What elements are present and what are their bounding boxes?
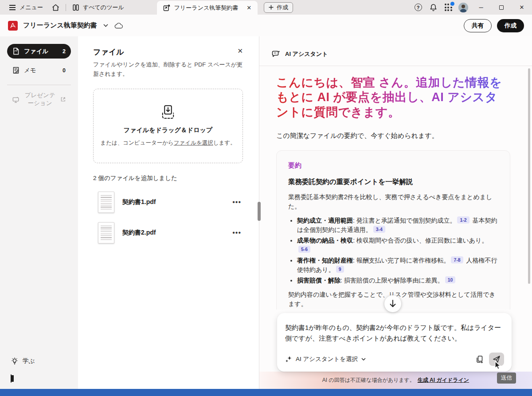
- share-button[interactable]: 共有: [464, 19, 492, 32]
- new-tab-label: 作成: [277, 4, 288, 12]
- select-file-link[interactable]: ファイルを選択: [174, 140, 213, 146]
- files-count-badge: 2: [63, 48, 66, 55]
- send-tooltip: 送信: [497, 372, 516, 384]
- home-button[interactable]: [47, 0, 64, 15]
- citation-badge[interactable]: 7-8: [451, 256, 463, 263]
- file-dropzone[interactable]: ファイルをドラッグ＆ドロップ または、コンピューターからファイルを選択します。: [93, 89, 243, 163]
- tab-close-icon[interactable]: ✕: [246, 4, 251, 11]
- prompt-input-text[interactable]: 契約書1が昨年のもの、契約書2が今年のドラフト版です。私はライター側ですが、注意…: [285, 322, 504, 345]
- document-tab[interactable]: フリーランス執筆契約書 ✕: [157, 1, 258, 15]
- file-name: 契約書1.pdf: [122, 198, 156, 206]
- all-tools-icon: [72, 4, 79, 11]
- cloud-status-icon: [114, 22, 123, 29]
- tab-title: フリーランス執筆契約書: [174, 4, 239, 12]
- file-name: 契約書2.pdf: [122, 229, 156, 237]
- bullet-term: 損害賠償・解除: [297, 277, 340, 284]
- summary-lead: 業務委託基本契約書2件を比較し、実務で押さえるべき要点をまとめました。: [288, 192, 498, 211]
- new-tab-button[interactable]: 作成: [264, 2, 293, 13]
- bullet-term: 成果物の納品・検収: [297, 237, 353, 244]
- file-drop-icon: [159, 105, 177, 122]
- chevron-down-icon: [361, 358, 366, 361]
- home-icon: [52, 4, 59, 11]
- title-chevron-down-icon[interactable]: [103, 24, 108, 27]
- panel-toggle-icon: [11, 374, 12, 383]
- arrow-down-icon: [389, 300, 396, 308]
- prompt-input-card[interactable]: 契約書1が昨年のもの、契約書2が今年のドラフト版です。私はライター側ですが、注意…: [277, 313, 512, 372]
- pdf-thumbnail: [98, 222, 114, 243]
- avatar: [458, 3, 468, 12]
- sidebar-item-label: ファイル: [24, 47, 48, 55]
- ai-conversation-area: こんにちは、智宣 さん。追加した情報をもとに AI が要点を抽出し、AI アシス…: [259, 66, 532, 310]
- ai-assistant-header: AI アシスタント: [259, 36, 532, 66]
- minimize-button[interactable]: ─: [471, 0, 491, 15]
- create-button[interactable]: 作成: [497, 19, 524, 32]
- ai-disclaimer-bar: AI の回答は不正確な場合があります。 生成 AI ガイドライン: [259, 372, 532, 389]
- summary-bullet: 契約成立・適用範囲: 発注書と承諾通知で個別契約成立。1-2 基本契約は全個別契…: [297, 216, 498, 235]
- notification-dot: [450, 2, 454, 6]
- acrobat-window: メニュー すべてのツール フリーランス執筆契約書 ✕ 作成 ?: [0, 0, 532, 396]
- ai-intro-text: この簡潔なファイルの要約で、今すぐ始められます。: [276, 132, 512, 140]
- ai-disclaimer-text: AI の回答は不正確な場合があります。: [322, 376, 415, 384]
- scroll-down-button[interactable]: [384, 295, 401, 312]
- collapse-panel-button[interactable]: [11, 375, 35, 383]
- mouse-cursor: [493, 361, 502, 371]
- summary-bullet: 損害賠償・解除: 損害賠償の上限や解除事由に差異。10: [297, 276, 498, 285]
- summary-title: 業務委託契約の重要ポイントを一挙解説: [288, 176, 498, 187]
- presentation-icon: [12, 96, 19, 103]
- ai-assistant-panel: AI アシスタント こんにちは、智宣 さん。追加した情報をもとに AI が要点を…: [259, 36, 532, 389]
- titlebar-divider: [66, 4, 66, 11]
- learn-label: 学ぶ: [23, 357, 35, 365]
- close-button[interactable]: ✕: [512, 0, 532, 15]
- all-tools-button[interactable]: すべてのツール: [68, 0, 129, 15]
- maximize-icon: [499, 5, 504, 10]
- docbar-actions: 共有 作成: [464, 19, 524, 32]
- file-overflow-menu-icon[interactable]: •••: [232, 229, 241, 237]
- citation-badge[interactable]: 10: [445, 276, 456, 283]
- sidebar-item-label: プレゼンテーション: [23, 91, 56, 107]
- file-row[interactable]: 契約書2.pdf •••: [93, 222, 243, 243]
- summary-label: 要約: [288, 161, 498, 171]
- desktop-edge-strip: [0, 389, 532, 396]
- notifications-button[interactable]: [426, 0, 441, 15]
- summary-bullet: 成果物の納品・検収: 検収期間や合否の扱い、修正回数に違いあり。5-6: [297, 236, 498, 255]
- copy-response-button[interactable]: [475, 355, 484, 364]
- genai-guidelines-link[interactable]: 生成 AI ガイドライン: [418, 376, 469, 384]
- assistant-select-dropdown[interactable]: AI アシスタントを選択: [285, 355, 366, 363]
- menu-button[interactable]: メニュー: [4, 0, 47, 15]
- file-overflow-menu-icon[interactable]: •••: [232, 198, 241, 206]
- dropzone-subtext: または、コンピューターからファイルを選択します。: [100, 139, 235, 147]
- title-bar: メニュー すべてのツール フリーランス執筆契約書 ✕ 作成 ?: [0, 0, 532, 15]
- files-panel: ファイル ✕ ファイルやリンクを追加、削除すると PDF スペースが更新されます…: [78, 36, 259, 389]
- maximize-button[interactable]: [491, 0, 512, 15]
- citation-badge[interactable]: 5-6: [298, 246, 310, 253]
- citation-badge[interactable]: 3-4: [373, 226, 385, 233]
- sparkle-icon: [285, 356, 292, 363]
- account-button[interactable]: [456, 0, 471, 15]
- apps-launcher-button[interactable]: [441, 0, 456, 15]
- help-button[interactable]: ?: [411, 0, 426, 15]
- summary-bullets: 契約成立・適用範囲: 発注書と承諾通知で個別契約成立。1-2 基本契約は全個別契…: [297, 216, 498, 285]
- files-panel-title: ファイル: [93, 47, 124, 57]
- sidebar-item-notes[interactable]: メモ 0: [7, 63, 71, 78]
- scrollbar-thumb[interactable]: [528, 68, 530, 284]
- document-bar: フリーランス執筆契約書 共有 作成: [0, 15, 532, 36]
- panel-resize-handle[interactable]: [258, 202, 261, 221]
- lightbulb-icon: [11, 357, 19, 365]
- all-tools-label: すべてのツール: [83, 4, 124, 12]
- ai-assistant-icon: [272, 50, 281, 58]
- memo-icon: [12, 67, 20, 74]
- citation-badge[interactable]: 1-2: [457, 216, 469, 223]
- external-link-icon: [61, 97, 66, 102]
- citation-badge[interactable]: 9: [336, 266, 344, 273]
- sidebar-item-files[interactable]: ファイル 2: [7, 44, 71, 59]
- sidebar-bottom: 学ぶ: [11, 357, 35, 383]
- files-panel-close-icon[interactable]: ✕: [237, 47, 243, 55]
- ai-greeting: こんにちは、智宣 さん。追加した情報をもとに AI が要点を抽出し、AI アシス…: [276, 75, 503, 120]
- files-added-message: 2 個のファイルを追加しました: [93, 174, 243, 182]
- sidebar-item-presentation: プレゼンテーション: [7, 91, 71, 107]
- dropzone-title: ファイルをドラッグ＆ドロップ: [124, 126, 212, 134]
- acrobat-logo: [8, 21, 18, 31]
- file-row[interactable]: 契約書1.pdf •••: [93, 192, 243, 213]
- files-icon: [12, 47, 20, 55]
- learn-button[interactable]: 学ぶ: [11, 357, 35, 365]
